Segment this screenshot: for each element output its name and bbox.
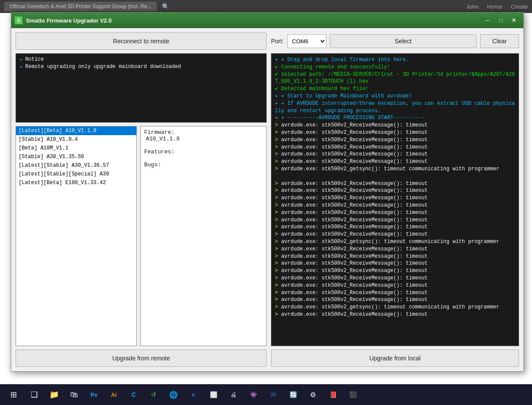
- taskbar-acrobat[interactable]: 📕: [324, 386, 342, 404]
- dialog-title: Smatto Firmware Upgrador V2.0: [26, 17, 482, 24]
- log-line: > avrdude.exe: stk500v2_ReceiveMessage()…: [275, 311, 515, 318]
- left-panel: Reconnect to remote ✦ Notice ✦ Remote up…: [16, 32, 267, 367]
- log-line: > avrdude.exe: stk500v2_ReceiveMessage()…: [275, 275, 515, 282]
- port-label: Port:: [271, 38, 284, 45]
- taskbar-printer[interactable]: 🖨: [224, 386, 242, 404]
- taskbar-app5[interactable]: ⬛: [344, 386, 362, 404]
- firmware-item-0[interactable]: [Latest][Beta] A10_V1.1.8: [16, 126, 136, 135]
- log-line: > avrdude.exe: stk500v2_ReceiveMessage()…: [275, 187, 515, 194]
- taskbar-cursor[interactable]: C: [125, 386, 143, 404]
- browser-search-icon: 🔍: [162, 3, 169, 10]
- log-line: [275, 173, 515, 180]
- log-line: > avrdude.exe: stk500v2_getsync(): timeo…: [275, 238, 515, 246]
- taskbar-edge[interactable]: e: [184, 386, 203, 404]
- log-line: > avrdude.exe: stk500v2_ReceiveMessage()…: [275, 144, 515, 151]
- log-line: > avrdude.exe: stk500v2_ReceiveMessage()…: [275, 209, 515, 217]
- features-label: Features:: [144, 149, 263, 155]
- log-line: > avrdude.exe: stk500v2_ReceiveMessage()…: [275, 217, 515, 224]
- taskbar: ⊞ ❑ 📁 🛍 Ps Ai C ↺ 🌐 e ⬜ 🖨 👾 W 🔄 ⚙ 📕 ⬛: [0, 384, 532, 405]
- taskbar-file-explorer[interactable]: 📁: [45, 386, 63, 404]
- log-line: > avrdude.exe: stk500v2_ReceiveMessage()…: [275, 231, 515, 238]
- clear-button[interactable]: Clear: [480, 34, 519, 48]
- dialog-overlay: S Smatto Firmware Upgrador V2.0 ─ □ ✕ Re…: [0, 0, 532, 405]
- browser-bar: Official Geeetech & Anet 3D Printer Supp…: [0, 0, 532, 13]
- right-panel: Port: COM6 COM1 COM2 COM3 COM4 COM5 Sele…: [271, 32, 519, 367]
- notice-gear-icon-1: ✦: [19, 56, 23, 63]
- log-line: ✦ ✦ Start to Upgrade Mainboard with avrd…: [275, 93, 515, 100]
- browser-tab[interactable]: Official Geeetech & Anet 3D Printer Supp…: [4, 2, 157, 11]
- log-line: > avrdude.exe: stk500v2_ReceiveMessage()…: [275, 224, 515, 231]
- notice-text-1: Notice: [25, 56, 44, 62]
- log-line: ✦ ✦ Drag and drop local firmware into he…: [275, 56, 515, 64]
- browser-home[interactable]: Home: [487, 3, 502, 10]
- log-line: ✔ Detected mainboard hex file!: [275, 85, 515, 93]
- log-line: > avrdude.exe: stk500v2_ReceiveMessage()…: [275, 202, 515, 209]
- notice-gear-icon-2: ✦: [19, 64, 23, 70]
- taskbar-settings[interactable]: ⚙: [304, 386, 322, 404]
- log-line: ✔ Selected path: //MEDIA-SERVER/Cricut -…: [275, 71, 515, 86]
- log-line: > avrdude.exe: stk500v2_ReceiveMessage()…: [275, 282, 515, 289]
- select-button[interactable]: Select: [330, 34, 477, 48]
- taskbar-app4[interactable]: 🔄: [284, 386, 302, 404]
- taskbar-app3[interactable]: 👾: [244, 386, 262, 404]
- dialog-icon: S: [15, 16, 23, 24]
- log-line: > avrdude.exe: stk500v2_ReceiveMessage()…: [275, 246, 515, 253]
- log-line: ✦ ✦ If AVRDUDE interrupted/threw excepti…: [275, 100, 515, 115]
- firmware-list: [Latest][Beta] A10_V1.1.8 [Stable] A10_V…: [16, 126, 137, 346]
- taskbar-app2[interactable]: ↺: [145, 386, 163, 404]
- log-line: > avrdude.exe: stk500v2_ReceiveMessage()…: [275, 296, 515, 304]
- firmware-dialog: S Smatto Firmware Upgrador V2.0 ─ □ ✕ Re…: [11, 12, 524, 372]
- firmware-item-5[interactable]: [Latest][Stable][Special] A30: [16, 170, 136, 178]
- port-bar: Port: COM6 COM1 COM2 COM3 COM4 COM5 Sele…: [271, 32, 519, 50]
- log-line: > avrdude.exe: stk500v2_getsync(): timeo…: [275, 304, 515, 311]
- log-line: > avrdude.exe: stk500v2_ReceiveMessage()…: [275, 194, 515, 202]
- taskbar-start-button[interactable]: ⊞: [3, 386, 23, 404]
- firmware-item-6[interactable]: [Latest][Beta] E180_V1.33.42: [16, 178, 136, 187]
- taskbar-photoshop[interactable]: Ps: [85, 386, 103, 404]
- log-line: > avrdude.exe: stk500v2_ReceiveMessage()…: [275, 289, 515, 297]
- maximize-button[interactable]: □: [495, 16, 507, 25]
- log-line: ✦ ✦ ----------AVRDUDE PROCESSING START--…: [275, 114, 515, 122]
- dialog-titlebar: S Smatto Firmware Upgrador V2.0 ─ □ ✕: [11, 13, 523, 28]
- taskbar-store[interactable]: 🛍: [65, 386, 83, 404]
- log-line: > avrdude.exe: stk500v2_ReceiveMessage()…: [275, 129, 515, 136]
- minimize-button[interactable]: ─: [482, 16, 494, 25]
- port-select[interactable]: COM6 COM1 COM2 COM3 COM4 COM5: [287, 34, 326, 48]
- log-line: > avrdude.exe: stk500v2_ReceiveMessage()…: [275, 122, 515, 129]
- firmware-details: Firmware: A10_V1.1.8 Features: Bugs:: [140, 126, 267, 346]
- taskbar-word[interactable]: W: [264, 386, 282, 404]
- reconnect-button[interactable]: Reconnect to remote: [16, 32, 267, 50]
- upgrade-remote-button[interactable]: Upgrade from remote: [16, 350, 267, 367]
- notice-line-1: ✦ Notice: [19, 56, 263, 63]
- log-box[interactable]: ✦ ✦ Drag and drop local firmware into he…: [271, 53, 519, 346]
- log-line: > avrdude.exe: stk500v2_ReceiveMessage()…: [275, 151, 515, 158]
- notice-box: ✦ Notice ✦ Remote upgrading only upgrade…: [16, 53, 267, 123]
- log-line: > avrdude.exe: stk500v2_ReceiveMessage()…: [275, 253, 515, 260]
- bugs-label: Bugs:: [144, 162, 263, 168]
- log-line: > avrdude.exe: stk500v2_ReceiveMessage()…: [275, 158, 515, 165]
- notice-line-2: ✦ Remote upgrading only upgrade mainboar…: [19, 64, 263, 70]
- log-line: > avrdude.exe: stk500v2_ReceiveMessage()…: [275, 267, 515, 275]
- firmware-label: Firmware: A10_V1.1.8: [144, 129, 263, 142]
- firmware-item-3[interactable]: [Stable] A30_V1.35.56: [16, 152, 136, 161]
- log-line: > avrdude.exe: stk500v2_ReceiveMessage()…: [275, 260, 515, 267]
- log-line: > avrdude.exe: stk500v2_getsync(): timeo…: [275, 165, 515, 173]
- titlebar-controls: ─ □ ✕: [482, 16, 520, 25]
- log-line: > avrdude.exe: stk500v2_ReceiveMessage()…: [275, 180, 515, 188]
- firmware-item-1[interactable]: [Stable] A10_V1.0.4: [16, 135, 136, 144]
- dialog-body: Reconnect to remote ✦ Notice ✦ Remote up…: [11, 28, 523, 371]
- firmware-item-2[interactable]: [Beta] A10M_V1.1: [16, 144, 136, 152]
- browser-user: John: [466, 3, 478, 10]
- taskbar-task-view[interactable]: ❑: [25, 386, 43, 404]
- browser-create[interactable]: Create: [511, 3, 528, 10]
- notice-text-2: Remote upgrading only upgrade mainboard …: [25, 64, 181, 70]
- firmware-area: [Latest][Beta] A10_V1.1.8 [Stable] A10_V…: [16, 126, 267, 346]
- taskbar-win-explorer[interactable]: ⬜: [204, 386, 222, 404]
- log-line: ✔ Connecting remote end successfully!: [275, 64, 515, 71]
- close-button[interactable]: ✕: [508, 16, 520, 25]
- taskbar-illustrator[interactable]: Ai: [105, 386, 123, 404]
- upgrade-local-button[interactable]: Upgrade from local: [271, 350, 519, 367]
- firmware-item-4[interactable]: [Latest][Stable] A30_V1.36.57: [16, 161, 136, 170]
- log-line: > avrdude.exe: stk500v2_ReceiveMessage()…: [275, 136, 515, 144]
- taskbar-chrome[interactable]: 🌐: [164, 386, 183, 404]
